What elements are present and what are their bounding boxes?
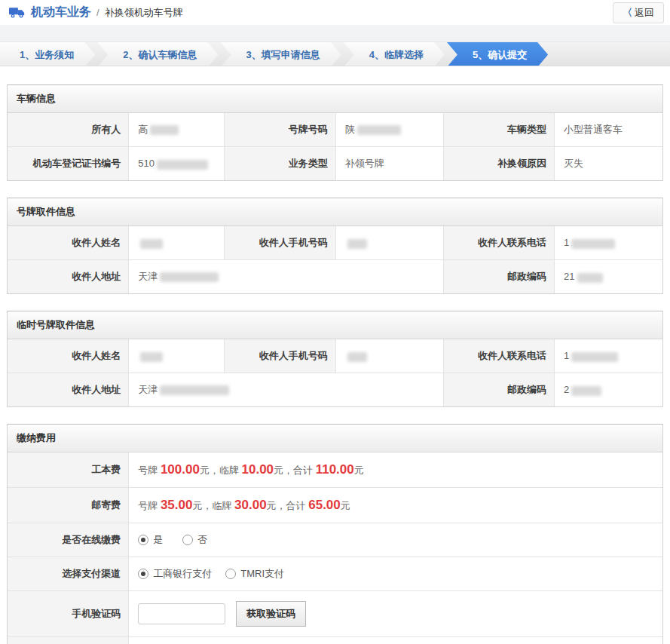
table-row: 邮寄费 号牌 35.00元，临牌 30.00元，合计 65.00元	[8, 488, 662, 523]
radio-selected-icon[interactable]	[138, 569, 148, 579]
section-temp-plate-pickup: 临时号牌取件信息 收件人姓名 收件人手机号码 收件人联系电话 1 收件人地址 天…	[7, 311, 663, 407]
redacted-text	[160, 385, 229, 395]
field-label-recipient-mobile: 收件人手机号码	[225, 339, 336, 373]
field-label-production-fee: 工本费	[8, 452, 129, 488]
field-label-plate-number: 号牌号码	[225, 113, 336, 147]
fee-text: 元，临牌	[192, 500, 234, 511]
table-row: 选择支付渠道 工商银行支付 TMRI支付	[8, 557, 662, 591]
radio-label: TMRI支付	[240, 567, 284, 581]
section-title-payment: 缴纳费用	[8, 425, 662, 452]
get-captcha-button[interactable]: 获取验证码	[236, 601, 306, 627]
field-label-sms-notice: 短信接收提示	[8, 637, 129, 644]
table-row: 机动车登记证书编号 510 业务类型 补领号牌 补换领原因 灭失	[8, 147, 662, 181]
field-label-recipient-phone: 收件人联系电话	[444, 339, 555, 373]
radio-online-pay-no[interactable]: 否	[182, 533, 207, 547]
fee-text: 号牌	[138, 500, 161, 511]
step-wizard: 1、业务须知 2、确认车辆信息 3、填写申请信息 4、临牌选择 5、确认提交	[0, 41, 670, 66]
field-value-recipient-address: 天津	[129, 373, 444, 407]
plate-pickup-table: 收件人姓名 收件人手机号码 收件人联系电话 1 收件人地址 天津 邮政编码 21	[8, 226, 662, 293]
table-row: 收件人姓名 收件人手机号码 收件人联系电话 1	[8, 226, 662, 260]
radio-online-pay-yes[interactable]: 是	[138, 533, 163, 547]
radio-channel-icbc[interactable]: 工商银行支付	[138, 567, 212, 581]
redacted-text	[140, 352, 163, 362]
field-value-recipient-mobile	[335, 226, 443, 260]
redacted-text	[577, 273, 603, 283]
field-value-postal-code: 21	[555, 260, 662, 294]
fee-amount: 110.00	[316, 462, 354, 477]
fee-text: 元，合计	[274, 465, 316, 476]
radio-unselected-icon[interactable]	[225, 569, 236, 579]
table-row: 短信接收提示 因陕西省联通、电信运营商技术问题，陕西省互联网交通安全综合服务管理…	[8, 637, 662, 644]
field-label-sms-captcha: 手机验证码	[8, 591, 129, 637]
section-plate-pickup: 号牌取件信息 收件人姓名 收件人手机号码 收件人联系电话 1 收件人地址 天津 …	[7, 198, 663, 294]
field-value-business-type: 补领号牌	[335, 147, 443, 181]
field-label-recipient-phone: 收件人联系电话	[444, 226, 555, 260]
field-label-postal-code: 邮政编码	[444, 373, 555, 407]
field-label-recipient-address: 收件人地址	[8, 260, 129, 294]
field-label-business-type: 业务类型	[225, 147, 336, 181]
field-label-vehicle-type: 车辆类型	[444, 113, 555, 147]
field-value-postal-code: 2	[555, 373, 662, 407]
redacted-text	[150, 125, 179, 135]
step-4-temp-plate: 4、临牌选择	[344, 42, 445, 66]
fee-amount: 10.00	[242, 462, 274, 477]
radio-label: 否	[197, 533, 207, 547]
field-value-recipient-address: 天津	[129, 260, 444, 294]
back-button-label: 返回	[635, 6, 654, 20]
breadcrumb: 机动车业务 / 补换领机动车号牌	[9, 5, 183, 20]
field-label-recipient-address: 收件人地址	[8, 373, 129, 407]
fee-amount: 35.00	[161, 498, 193, 512]
field-value-registration-cert: 510	[129, 147, 225, 181]
field-label-payment-channel: 选择支付渠道	[8, 557, 129, 591]
field-label-postal-code: 邮政编码	[444, 260, 555, 294]
field-value-online-pay: 是 否	[129, 523, 662, 557]
field-value-postage-fee: 号牌 35.00元，临牌 30.00元，合计 65.00元	[129, 488, 662, 523]
section-vehicle-info: 车辆信息 所有人 高 号牌号码 陕 车辆类型 小型普通客车 机动车登记证书编号 …	[7, 84, 663, 181]
redacted-text	[157, 160, 208, 170]
fee-amount: 65.00	[308, 498, 341, 512]
fee-text: 元	[341, 500, 350, 511]
back-button[interactable]: 〈 返回	[613, 2, 664, 23]
redacted-text	[571, 386, 601, 396]
vehicle-info-table: 所有人 高 号牌号码 陕 车辆类型 小型普通客车 机动车登记证书编号 510 业…	[8, 113, 662, 180]
field-value-payment-channel: 工商银行支付 TMRI支付	[129, 557, 662, 591]
radio-selected-icon[interactable]	[138, 535, 148, 545]
field-label-postage-fee: 邮寄费	[8, 488, 129, 523]
field-label-recipient-name: 收件人姓名	[8, 226, 129, 260]
field-value-recipient-mobile	[335, 339, 443, 373]
field-value-sms-captcha: 获取验证码	[129, 591, 662, 637]
captcha-input[interactable]	[138, 603, 225, 624]
step-1-business-notice: 1、业务须知	[0, 42, 95, 66]
table-row: 收件人姓名 收件人手机号码 收件人联系电话 1	[8, 339, 662, 373]
table-row: 所有人 高 号牌号码 陕 车辆类型 小型普通客车	[8, 113, 662, 147]
temp-plate-pickup-table: 收件人姓名 收件人手机号码 收件人联系电话 1 收件人地址 天津 邮政编码 2	[8, 339, 662, 406]
field-value-recipient-phone: 1	[555, 226, 662, 260]
fee-amount: 30.00	[234, 498, 267, 512]
table-row: 是否在线缴费 是 否	[8, 523, 662, 557]
field-value-production-fee: 号牌 100.00元，临牌 10.00元，合计 110.00元	[129, 452, 662, 488]
payment-table: 工本费 号牌 100.00元，临牌 10.00元，合计 110.00元 邮寄费 …	[8, 452, 662, 644]
step-3-fill-application: 3、填写申请信息	[220, 42, 341, 66]
table-row: 工本费 号牌 100.00元，临牌 10.00元，合计 110.00元	[8, 452, 662, 488]
redacted-text	[347, 239, 367, 249]
field-value-vehicle-type: 小型普通客车	[555, 113, 662, 147]
step-2-confirm-vehicle: 2、确认车辆信息	[97, 42, 218, 66]
radio-unselected-icon[interactable]	[182, 535, 193, 545]
fee-text: 号牌	[138, 465, 161, 476]
table-row: 收件人地址 天津 邮政编码 2	[8, 373, 662, 407]
redacted-text	[357, 125, 401, 135]
redacted-text	[160, 272, 219, 282]
field-label-recipient-mobile: 收件人手机号码	[225, 226, 336, 260]
redacted-text	[571, 352, 618, 362]
fee-amount: 100.00	[161, 462, 200, 477]
field-label-owner: 所有人	[8, 113, 129, 147]
table-row: 手机验证码 获取验证码	[8, 591, 662, 637]
fee-text: 元，临牌	[200, 465, 242, 476]
topbar: 机动车业务 / 补换领机动车号牌 〈 返回	[0, 0, 670, 25]
section-payment: 缴纳费用 工本费 号牌 100.00元，临牌 10.00元，合计 110.00元…	[7, 424, 663, 644]
page-subtitle: 补换领机动车号牌	[105, 6, 183, 20]
redacted-text	[347, 352, 367, 362]
radio-channel-tmri[interactable]: TMRI支付	[225, 567, 284, 581]
redacted-text	[140, 239, 163, 249]
section-title-temp-plate-pickup: 临时号牌取件信息	[8, 311, 662, 339]
